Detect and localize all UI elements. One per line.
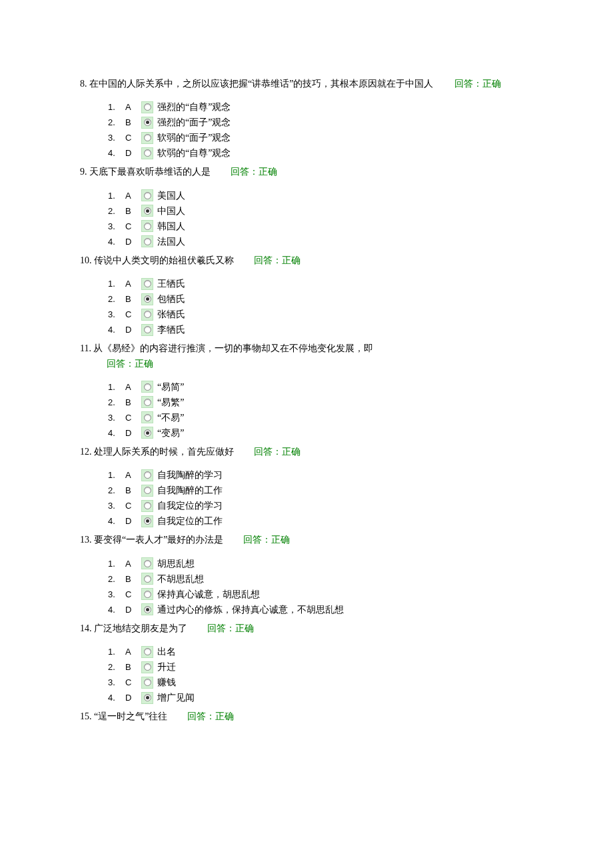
answer-label: 回答：正确 [231,167,277,177]
radio-button[interactable] [141,485,153,497]
radio-button[interactable] [141,132,153,144]
answer-label: 回答：正确 [107,359,153,369]
option-item: 3.C赚钱 [108,675,533,690]
option-number: 1. [108,467,125,483]
option-text: 自我定位的工作 [157,513,223,529]
option-number: 3. [108,307,125,322]
radio-button[interactable] [141,189,153,201]
option-letter: D [125,234,141,249]
question-line: 15. “逞一时之气”往往回答：正确 [80,709,533,724]
option-item: 4.D自我定位的工作 [108,513,533,529]
radio-button[interactable] [141,101,153,113]
options-list: 1.A胡思乱想2.B不胡思乱想3.C保持真心诚意，胡思乱想4.D通过内心的修炼，… [80,556,533,617]
option-text: 强烈的“面子”观念 [157,115,231,130]
radio-button[interactable] [141,661,153,673]
question-block: 13. 要变得“一表人才”最好的办法是回答：正确1.A胡思乱想2.B不胡思乱想3… [80,533,533,617]
option-text: 强烈的“自尊”观念 [157,99,231,115]
option-number: 1. [108,556,125,571]
answer-label: 回答：正确 [454,79,501,89]
options-list: 1.A“易简”2.B“易繁”3.C“不易”4.D“变易” [80,379,533,441]
question-text: 10. 传说中人类文明的始祖伏羲氏又称 [80,255,234,265]
option-item: 3.C“不易” [108,410,533,425]
option-text: 李牺氏 [157,322,185,337]
radio-button[interactable] [141,293,153,305]
option-text: “易繁” [157,395,184,410]
option-letter: B [125,395,141,410]
option-item: 2.B升迁 [108,659,533,675]
question-text: 12. 处理人际关系的时候，首先应做好 [80,447,234,457]
option-number: 2. [108,291,125,307]
question-block: 11. 从《易经》的内容进行推演，一切的事物却又在不停地变化发展，即回答：正确1… [80,341,533,441]
question-line: 8. 在中国的人际关系中，之所以应该把握“讲恭维话”的技巧，其根本原因就在于中国… [80,77,533,91]
option-letter: A [125,467,141,483]
option-number: 4. [108,234,125,249]
option-text: 韩国人 [157,219,185,234]
option-text: 增广见闻 [157,690,195,705]
radio-button[interactable] [141,573,153,585]
radio-button[interactable] [141,278,153,290]
option-item: 1.A胡思乱想 [108,556,533,571]
radio-button[interactable] [141,646,153,658]
option-number: 1. [108,379,125,395]
option-number: 3. [108,130,125,145]
radio-button[interactable] [141,220,153,232]
radio-button[interactable] [141,469,153,481]
option-letter: C [125,130,141,145]
option-item: 3.C韩国人 [108,219,533,234]
option-text: 张牺氏 [157,307,185,322]
option-item: 1.A出名 [108,644,533,659]
radio-button[interactable] [141,515,153,527]
option-text: 自我定位的学习 [157,498,223,513]
option-item: 1.A“易简” [108,379,533,395]
radio-button[interactable] [141,381,153,393]
option-letter: B [125,203,141,219]
option-number: 3. [108,219,125,234]
question-text: 15. “逞一时之气”往往 [80,711,167,721]
option-text: 包牺氏 [157,291,185,307]
radio-button[interactable] [141,147,153,159]
radio-button[interactable] [141,500,153,512]
radio-button[interactable] [141,427,153,439]
radio-button[interactable] [141,396,153,408]
question-text: 9. 天底下最喜欢听恭维话的人是 [80,167,211,177]
option-letter: D [125,322,141,337]
option-letter: B [125,291,141,307]
option-number: 4. [108,602,125,617]
option-letter: B [125,483,141,498]
option-number: 4. [108,690,125,705]
option-letter: B [125,571,141,587]
option-item: 2.B自我陶醉的工作 [108,483,533,498]
radio-button[interactable] [141,117,153,129]
option-letter: C [125,219,141,234]
option-number: 3. [108,587,125,602]
question-line: 10. 传说中人类文明的始祖伏羲氏又称回答：正确 [80,253,533,268]
radio-button[interactable] [141,235,153,247]
option-text: 保持真心诚意，胡思乱想 [157,587,260,602]
option-letter: C [125,587,141,602]
option-text: 不胡思乱想 [157,571,204,587]
radio-button[interactable] [141,692,153,704]
option-number: 4. [108,425,125,441]
option-text: 软弱的“自尊”观念 [157,145,231,161]
radio-button[interactable] [141,309,153,321]
option-number: 1. [108,644,125,659]
options-list: 1.A强烈的“自尊”观念2.B强烈的“面子”观念3.C软弱的“面子”观念4.D软… [80,99,533,161]
answer-label: 回答：正确 [207,623,254,633]
option-text: 自我陶醉的工作 [157,483,223,498]
radio-button[interactable] [141,677,153,689]
answer-label: 回答：正确 [254,255,301,265]
option-text: 中国人 [157,203,185,219]
radio-button[interactable] [141,205,153,217]
radio-button[interactable] [141,324,153,336]
radio-button[interactable] [141,411,153,423]
option-item: 4.D“变易” [108,425,533,441]
radio-button[interactable] [141,588,153,600]
option-item: 1.A美国人 [108,188,533,203]
option-item: 4.D李牺氏 [108,322,533,337]
radio-button[interactable] [141,603,153,615]
option-item: 4.D软弱的“自尊”观念 [108,145,533,161]
radio-button[interactable] [141,557,153,569]
option-text: 法国人 [157,234,185,249]
answer-label: 回答：正确 [254,447,301,457]
option-letter: B [125,115,141,130]
